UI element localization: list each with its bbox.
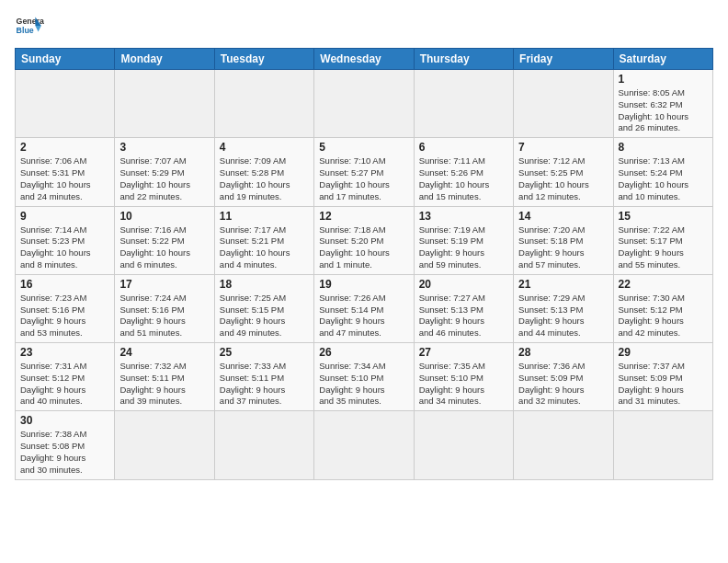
- week-row-4: 16Sunrise: 7:23 AM Sunset: 5:16 PM Dayli…: [16, 274, 713, 342]
- day-info: Sunrise: 8:05 AM Sunset: 6:32 PM Dayligh…: [619, 87, 708, 134]
- calendar-cell: 21Sunrise: 7:29 AM Sunset: 5:13 PM Dayli…: [514, 274, 613, 342]
- calendar-cell: 24Sunrise: 7:32 AM Sunset: 5:11 PM Dayli…: [115, 343, 214, 411]
- day-info: Sunrise: 7:37 AM Sunset: 5:09 PM Dayligh…: [619, 361, 708, 408]
- svg-text:Blue: Blue: [17, 26, 34, 35]
- day-number: 11: [220, 210, 309, 223]
- day-info: Sunrise: 7:24 AM Sunset: 5:16 PM Dayligh…: [119, 293, 209, 339]
- calendar-cell: [613, 411, 712, 479]
- calendar-cell: [16, 70, 115, 138]
- calendar-cell: 11Sunrise: 7:17 AM Sunset: 5:21 PM Dayli…: [214, 206, 313, 274]
- weekday-sunday: Sunday: [16, 49, 115, 70]
- weekday-monday: Monday: [115, 49, 214, 70]
- calendar-cell: 20Sunrise: 7:27 AM Sunset: 5:13 PM Dayli…: [414, 274, 513, 342]
- day-number: 7: [518, 141, 608, 154]
- day-number: 2: [20, 141, 109, 154]
- day-info: Sunrise: 7:12 AM Sunset: 5:25 PM Dayligh…: [518, 155, 608, 202]
- day-info: Sunrise: 7:10 AM Sunset: 5:27 PM Dayligh…: [319, 155, 408, 202]
- day-number: 16: [20, 278, 109, 291]
- day-number: 30: [20, 414, 109, 427]
- day-info: Sunrise: 7:16 AM Sunset: 5:22 PM Dayligh…: [119, 224, 209, 271]
- calendar-cell: [115, 411, 214, 479]
- calendar-cell: 8Sunrise: 7:13 AM Sunset: 5:24 PM Daylig…: [613, 138, 712, 206]
- weekday-wednesday: Wednesday: [314, 49, 414, 70]
- week-row-3: 9Sunrise: 7:14 AM Sunset: 5:23 PM Daylig…: [16, 206, 713, 274]
- calendar-cell: 29Sunrise: 7:37 AM Sunset: 5:09 PM Dayli…: [613, 343, 712, 411]
- week-row-1: 1Sunrise: 8:05 AM Sunset: 6:32 PM Daylig…: [16, 70, 713, 138]
- weekday-tuesday: Tuesday: [214, 49, 313, 70]
- day-number: 25: [220, 346, 309, 359]
- day-number: 17: [119, 278, 209, 291]
- day-number: 21: [518, 278, 608, 291]
- calendar-cell: 13Sunrise: 7:19 AM Sunset: 5:19 PM Dayli…: [414, 206, 513, 274]
- day-info: Sunrise: 7:38 AM Sunset: 5:08 PM Dayligh…: [20, 429, 109, 476]
- calendar-cell: [214, 411, 313, 479]
- day-info: Sunrise: 7:20 AM Sunset: 5:18 PM Dayligh…: [518, 224, 608, 271]
- day-info: Sunrise: 7:14 AM Sunset: 5:23 PM Dayligh…: [20, 224, 109, 271]
- day-info: Sunrise: 7:30 AM Sunset: 5:12 PM Dayligh…: [619, 293, 708, 339]
- calendar-cell: [414, 70, 513, 138]
- calendar-cell: 12Sunrise: 7:18 AM Sunset: 5:20 PM Dayli…: [314, 206, 414, 274]
- day-info: Sunrise: 7:18 AM Sunset: 5:20 PM Dayligh…: [319, 224, 408, 271]
- calendar-cell: 9Sunrise: 7:14 AM Sunset: 5:23 PM Daylig…: [16, 206, 115, 274]
- day-number: 24: [119, 346, 209, 359]
- day-info: Sunrise: 7:09 AM Sunset: 5:28 PM Dayligh…: [220, 155, 309, 202]
- logo-icon: General Blue: [15, 11, 44, 40]
- week-row-2: 2Sunrise: 7:06 AM Sunset: 5:31 PM Daylig…: [16, 138, 713, 206]
- page-header: General Blue: [15, 11, 713, 40]
- day-info: Sunrise: 7:22 AM Sunset: 5:17 PM Dayligh…: [619, 224, 708, 271]
- day-info: Sunrise: 7:29 AM Sunset: 5:13 PM Dayligh…: [518, 293, 608, 339]
- calendar-cell: 19Sunrise: 7:26 AM Sunset: 5:14 PM Dayli…: [314, 274, 414, 342]
- calendar: SundayMondayTuesdayWednesdayThursdayFrid…: [15, 48, 713, 480]
- calendar-cell: 22Sunrise: 7:30 AM Sunset: 5:12 PM Dayli…: [613, 274, 712, 342]
- day-number: 26: [319, 346, 408, 359]
- calendar-cell: 30Sunrise: 7:38 AM Sunset: 5:08 PM Dayli…: [16, 411, 115, 479]
- calendar-cell: 26Sunrise: 7:34 AM Sunset: 5:10 PM Dayli…: [314, 343, 414, 411]
- day-info: Sunrise: 7:33 AM Sunset: 5:11 PM Dayligh…: [220, 361, 309, 408]
- calendar-cell: 3Sunrise: 7:07 AM Sunset: 5:29 PM Daylig…: [115, 138, 214, 206]
- calendar-cell: 17Sunrise: 7:24 AM Sunset: 5:16 PM Dayli…: [115, 274, 214, 342]
- svg-marker-3: [35, 26, 40, 31]
- day-info: Sunrise: 7:35 AM Sunset: 5:10 PM Dayligh…: [419, 361, 508, 408]
- day-number: 19: [319, 278, 408, 291]
- weekday-thursday: Thursday: [414, 49, 513, 70]
- calendar-cell: [314, 70, 414, 138]
- week-row-6: 30Sunrise: 7:38 AM Sunset: 5:08 PM Dayli…: [16, 411, 713, 479]
- day-number: 3: [119, 141, 209, 154]
- calendar-cell: 27Sunrise: 7:35 AM Sunset: 5:10 PM Dayli…: [414, 343, 513, 411]
- day-info: Sunrise: 7:27 AM Sunset: 5:13 PM Dayligh…: [419, 293, 508, 339]
- day-info: Sunrise: 7:36 AM Sunset: 5:09 PM Dayligh…: [518, 361, 608, 408]
- day-number: 15: [619, 210, 708, 223]
- calendar-cell: [314, 411, 414, 479]
- calendar-cell: [514, 411, 613, 479]
- day-info: Sunrise: 7:11 AM Sunset: 5:26 PM Dayligh…: [419, 155, 508, 202]
- day-info: Sunrise: 7:34 AM Sunset: 5:10 PM Dayligh…: [319, 361, 408, 408]
- day-number: 20: [419, 278, 508, 291]
- day-number: 9: [20, 210, 109, 223]
- day-info: Sunrise: 7:17 AM Sunset: 5:21 PM Dayligh…: [220, 224, 309, 271]
- day-number: 23: [20, 346, 109, 359]
- day-number: 5: [319, 141, 408, 154]
- day-info: Sunrise: 7:25 AM Sunset: 5:15 PM Dayligh…: [220, 293, 309, 339]
- calendar-cell: 15Sunrise: 7:22 AM Sunset: 5:17 PM Dayli…: [613, 206, 712, 274]
- calendar-cell: [214, 70, 313, 138]
- calendar-cell: 7Sunrise: 7:12 AM Sunset: 5:25 PM Daylig…: [514, 138, 613, 206]
- day-number: 29: [619, 346, 708, 359]
- day-number: 4: [220, 141, 309, 154]
- day-number: 6: [419, 141, 508, 154]
- day-info: Sunrise: 7:07 AM Sunset: 5:29 PM Dayligh…: [119, 155, 209, 202]
- calendar-cell: 14Sunrise: 7:20 AM Sunset: 5:18 PM Dayli…: [514, 206, 613, 274]
- calendar-cell: [115, 70, 214, 138]
- calendar-cell: 6Sunrise: 7:11 AM Sunset: 5:26 PM Daylig…: [414, 138, 513, 206]
- calendar-cell: 16Sunrise: 7:23 AM Sunset: 5:16 PM Dayli…: [16, 274, 115, 342]
- calendar-cell: [414, 411, 513, 479]
- day-info: Sunrise: 7:06 AM Sunset: 5:31 PM Dayligh…: [20, 155, 109, 202]
- day-number: 10: [119, 210, 209, 223]
- day-number: 12: [319, 210, 408, 223]
- week-row-5: 23Sunrise: 7:31 AM Sunset: 5:12 PM Dayli…: [16, 343, 713, 411]
- calendar-cell: 1Sunrise: 8:05 AM Sunset: 6:32 PM Daylig…: [613, 70, 712, 138]
- day-info: Sunrise: 7:19 AM Sunset: 5:19 PM Dayligh…: [419, 224, 508, 271]
- day-number: 13: [419, 210, 508, 223]
- calendar-cell: 28Sunrise: 7:36 AM Sunset: 5:09 PM Dayli…: [514, 343, 613, 411]
- calendar-cell: 10Sunrise: 7:16 AM Sunset: 5:22 PM Dayli…: [115, 206, 214, 274]
- calendar-cell: 18Sunrise: 7:25 AM Sunset: 5:15 PM Dayli…: [214, 274, 313, 342]
